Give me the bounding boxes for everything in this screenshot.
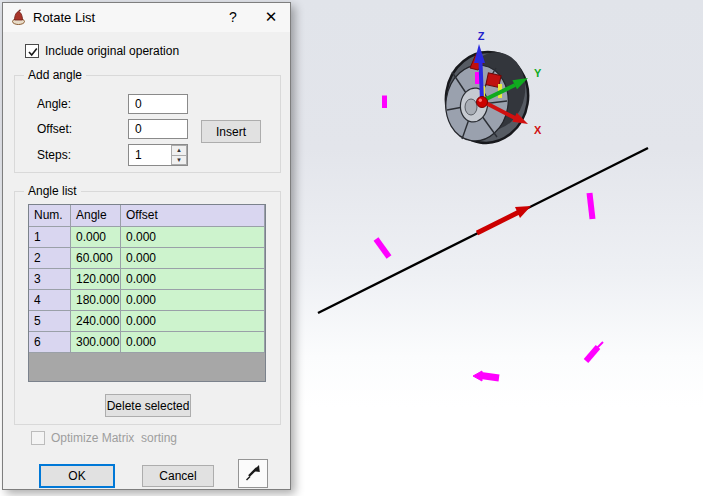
- optimize-matrix-label: Optimize Matrix sorting: [51, 431, 177, 445]
- angle-field-label: Angle:: [37, 97, 71, 111]
- help-button[interactable]: ?: [216, 3, 250, 31]
- spinner-up-button[interactable]: ▲: [171, 145, 187, 155]
- angle-list-group: Angle list Num. Angle Offset 1 0.000 0.0…: [14, 191, 281, 425]
- column-header-num: Num.: [29, 205, 71, 227]
- diagonal-arrow-icon: [242, 461, 264, 483]
- angle-list-table[interactable]: Num. Angle Offset 1 0.000 0.000 2 60.000…: [28, 204, 266, 382]
- angle-input[interactable]: [128, 94, 188, 114]
- column-header-angle: Angle: [71, 205, 121, 227]
- optimize-matrix-checkbox[interactable]: Optimize Matrix sorting: [31, 431, 177, 445]
- row-angle-cell[interactable]: 120.000: [71, 269, 121, 290]
- row-num-cell[interactable]: 6: [29, 332, 71, 353]
- row-angle-cell[interactable]: 0.000: [71, 227, 121, 248]
- delete-selected-button[interactable]: Delete selected: [105, 394, 191, 417]
- origin-highlight: [479, 99, 482, 102]
- z-axis: [481, 62, 483, 101]
- highlight-mark: [597, 342, 603, 348]
- row-offset-cell[interactable]: 0.000: [121, 227, 265, 248]
- steps-field-label: Steps:: [37, 148, 71, 162]
- direction-arrow: [477, 206, 531, 233]
- row-angle-cell[interactable]: 300.000: [71, 332, 121, 353]
- row-num-cell[interactable]: 3: [29, 269, 71, 290]
- row-num-cell[interactable]: 1: [29, 227, 71, 248]
- row-num-cell[interactable]: 5: [29, 311, 71, 332]
- row-offset-cell[interactable]: 0.000: [121, 332, 265, 353]
- steps-spinner: ▲ ▼: [171, 145, 187, 165]
- table-row[interactable]: 1 0.000 0.000: [29, 227, 265, 248]
- rotate-list-dialog: Rotate List ? ✕ Include original operati…: [2, 2, 291, 490]
- include-original-label: Include original operation: [45, 44, 179, 58]
- highlight-mark: [590, 193, 593, 219]
- table-row[interactable]: 5 240.000 0.000: [29, 311, 265, 332]
- highlight-arrow: [473, 371, 482, 381]
- spinner-down-button[interactable]: ▼: [171, 155, 187, 166]
- offset-field-label: Offset:: [37, 122, 72, 136]
- row-num-cell[interactable]: 2: [29, 248, 71, 269]
- checkbox-unchecked[interactable]: [31, 431, 45, 445]
- row-offset-cell[interactable]: 0.000: [121, 311, 265, 332]
- origin-point: [477, 97, 488, 108]
- z-axis-label: Z: [478, 30, 485, 42]
- highlight-mark: [481, 376, 499, 379]
- check-icon: [26, 45, 40, 59]
- dialog-title: Rotate List: [33, 10, 95, 25]
- cad-workspace: Z Y X Rotate List ? ✕: [0, 0, 703, 496]
- row-offset-cell[interactable]: 0.000: [121, 269, 265, 290]
- table-row[interactable]: 6 300.000 0.000: [29, 332, 265, 353]
- insert-button[interactable]: Insert: [201, 120, 261, 143]
- steps-stepper: ▲ ▼: [128, 144, 188, 166]
- y-axis-label: Y: [534, 67, 542, 79]
- highlight-mark: [586, 347, 598, 361]
- close-button[interactable]: ✕: [254, 3, 288, 31]
- row-offset-cell[interactable]: 0.000: [121, 290, 265, 311]
- pick-button[interactable]: [238, 459, 268, 488]
- row-angle-cell[interactable]: 60.000: [71, 248, 121, 269]
- column-header-offset: Offset: [121, 205, 265, 227]
- checkbox-checked[interactable]: [25, 44, 39, 58]
- include-original-checkbox[interactable]: Include original operation: [25, 44, 179, 58]
- row-num-cell[interactable]: 4: [29, 290, 71, 311]
- row-angle-cell[interactable]: 240.000: [71, 311, 121, 332]
- ok-button[interactable]: OK: [39, 464, 115, 488]
- table-header-row: Num. Angle Offset: [29, 205, 265, 227]
- row-offset-cell[interactable]: 0.000: [121, 248, 265, 269]
- table-row[interactable]: 2 60.000 0.000: [29, 248, 265, 269]
- table-row[interactable]: 3 120.000 0.000: [29, 269, 265, 290]
- offset-input[interactable]: [128, 119, 188, 139]
- angle-list-group-label: Angle list: [24, 184, 81, 198]
- highlight-mark: [376, 239, 389, 257]
- cancel-button[interactable]: Cancel: [142, 465, 214, 487]
- dialog-titlebar[interactable]: Rotate List ? ✕: [3, 3, 290, 32]
- row-angle-cell[interactable]: 180.000: [71, 290, 121, 311]
- table-row[interactable]: 4 180.000 0.000: [29, 290, 265, 311]
- x-axis-label: X: [534, 124, 542, 136]
- add-angle-group-label: Add angle: [24, 68, 86, 82]
- add-angle-group: Add angle Angle: Offset: Insert Steps: ▲…: [14, 75, 281, 173]
- highlight-mark: [475, 72, 480, 84]
- rotate-list-app-icon: [10, 9, 27, 26]
